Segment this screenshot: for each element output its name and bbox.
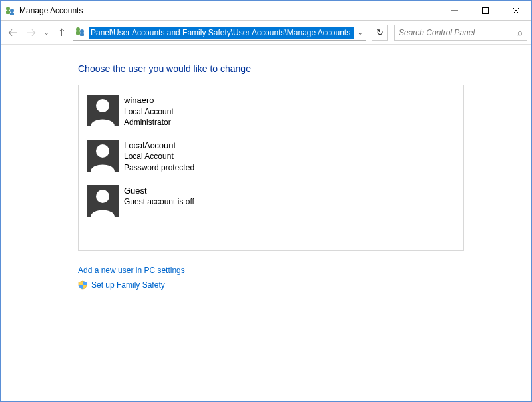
address-icon (75, 26, 88, 39)
action-links: Add a new user in PC settings Set up Fam… (78, 266, 531, 290)
refresh-button[interactable]: ↻ (372, 25, 388, 41)
minimize-button[interactable] (439, 1, 470, 21)
titlebar: Manage Accounts (1, 1, 531, 21)
svg-rect-3 (10, 13, 14, 15)
family-safety-link[interactable]: Set up Family Safety (78, 280, 531, 290)
forward-button[interactable]: 🡢 (23, 25, 39, 41)
account-type: Local Account (124, 151, 194, 162)
window-controls (439, 1, 531, 20)
add-user-link[interactable]: Add a new user in PC settings (78, 266, 531, 275)
account-item[interactable]: winaero Local Account Administrator (87, 95, 273, 128)
svg-point-8 (76, 27, 80, 31)
svg-point-1 (10, 9, 14, 13)
account-info: Guest Guest account is off (124, 185, 194, 217)
svg-point-13 (96, 144, 109, 158)
account-name: LocalAccount (124, 140, 194, 152)
account-item[interactable]: LocalAccount Local Account Password prot… (87, 140, 273, 173)
search-icon: ⌕ (517, 27, 523, 37)
account-info: LocalAccount Local Account Password prot… (124, 140, 194, 173)
content-area: Choose the user you would like to change… (1, 45, 531, 290)
recent-locations-dropdown[interactable]: ⌄ (42, 25, 51, 41)
address-dropdown[interactable]: ⌄ (354, 25, 366, 40)
svg-point-14 (96, 190, 109, 203)
account-info: winaero Local Account Administrator (124, 95, 174, 128)
svg-rect-2 (6, 11, 10, 14)
avatar-icon (87, 140, 119, 172)
search-box[interactable]: ⌕ (394, 25, 527, 41)
svg-point-12 (96, 99, 109, 112)
close-button[interactable] (501, 1, 531, 21)
page-heading: Choose the user you would like to change (78, 63, 531, 74)
address-bar[interactable]: Panel\User Accounts and Family Safety\Us… (73, 25, 366, 41)
account-status: Guest account is off (124, 196, 194, 207)
app-icon (5, 5, 15, 16)
navbar: 🡠 🡢 ⌄ 🡡 Panel\User Accounts and Family S… (1, 21, 531, 45)
svg-point-9 (80, 29, 84, 33)
svg-point-0 (6, 7, 10, 11)
account-name: Guest (124, 185, 194, 197)
add-user-label: Add a new user in PC settings (78, 266, 185, 275)
maximize-button[interactable] (470, 1, 501, 21)
family-safety-label: Set up Family Safety (91, 280, 165, 290)
svg-rect-10 (76, 31, 80, 35)
account-item[interactable]: Guest Guest account is off (87, 185, 273, 217)
address-text[interactable]: Panel\User Accounts and Family Safety\Us… (89, 27, 354, 39)
account-status: Password protected (124, 162, 194, 173)
up-button[interactable]: 🡡 (54, 25, 70, 41)
shield-icon (78, 280, 87, 290)
svg-rect-11 (80, 33, 84, 36)
account-type: Local Account (124, 106, 174, 117)
back-button[interactable]: 🡠 (5, 25, 21, 41)
avatar-icon (87, 185, 119, 217)
window-title: Manage Accounts (19, 6, 439, 15)
avatar-icon (87, 95, 119, 126)
account-name: winaero (124, 95, 174, 106)
search-input[interactable] (399, 28, 517, 37)
account-role: Administrator (124, 117, 174, 128)
accounts-list: winaero Local Account Administrator Loca… (78, 85, 464, 251)
svg-rect-5 (483, 8, 489, 14)
